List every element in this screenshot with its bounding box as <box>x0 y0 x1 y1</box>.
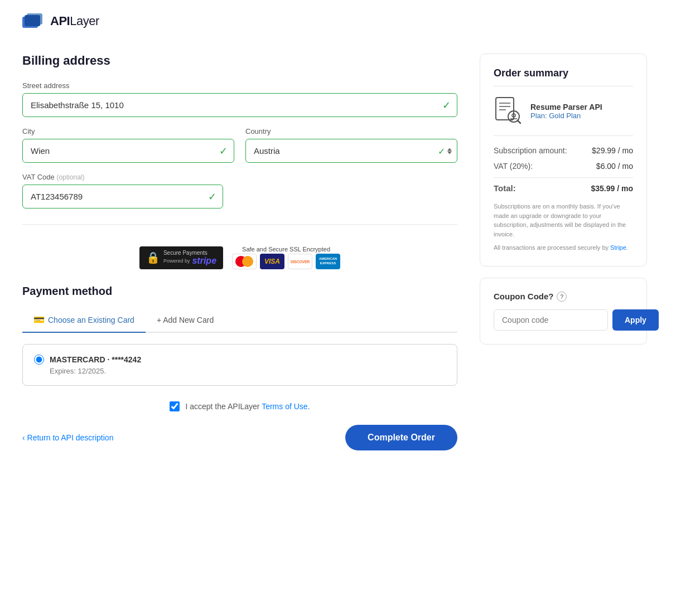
vat-label: VAT Code (optional) <box>22 173 223 181</box>
stripe-badge: 🔒 Secure Payments Powered by stripe <box>139 246 223 269</box>
stripe-name: stripe <box>192 256 216 266</box>
billing-divider <box>22 224 457 225</box>
card-row: MASTERCARD · ****4242 <box>34 355 446 365</box>
resume-parser-icon <box>494 96 523 125</box>
street-input[interactable] <box>22 93 457 117</box>
apply-button[interactable]: Apply <box>612 309 659 331</box>
country-select[interactable]: Austria Germany France United States <box>245 139 457 163</box>
city-input[interactable] <box>22 139 234 163</box>
terms-text: I accept the APILayer Terms of Use. <box>185 402 310 411</box>
terms-area: I accept the APILayer Terms of Use. <box>22 401 457 411</box>
card-item: MASTERCARD · ****4242 Expires: 12/2025. <box>22 344 457 386</box>
visa-logo: VISA <box>260 254 284 269</box>
order-summary-title: Order summary <box>494 67 633 86</box>
amex-logo: AMERICANEXPRESS <box>316 254 340 269</box>
order-summary-card: Order summary Resume Parser API <box>480 54 647 266</box>
payment-title: Payment method <box>22 285 457 298</box>
billing-title: Billing address <box>22 54 457 68</box>
product-row: Resume Parser API Plan: Gold Plan <box>494 96 633 136</box>
subscription-row: Subscription amount: $29.99 / mo <box>494 146 633 155</box>
order-note-2: All transactions are processed securely … <box>494 243 633 253</box>
vat-label-summary: VAT (20%): <box>494 162 533 171</box>
city-input-wrapper: ✓ <box>22 139 234 163</box>
svg-rect-3 <box>496 98 514 120</box>
coupon-row: Apply <box>494 309 633 331</box>
vat-row: VAT (20%): $6.00 / mo <box>494 162 633 171</box>
tab-existing-card[interactable]: 💳 Choose an Existing Card <box>22 308 146 333</box>
tab-new-card[interactable]: + Add New Card <box>146 308 225 333</box>
subscription-amount: $29.99 / mo <box>592 146 633 155</box>
street-check-icon: ✓ <box>442 99 451 111</box>
subscription-label: Subscription amount: <box>494 146 567 155</box>
stripe-inner: Secure Payments Powered by stripe <box>163 250 216 266</box>
order-note-1: Subscriptions are on a monthly basis. If… <box>494 202 633 239</box>
back-link[interactable]: ‹ Return to API description <box>22 433 113 442</box>
total-row: Total: $35.99 / mo <box>494 177 633 193</box>
secure-payments-text: Secure Payments <box>163 250 207 256</box>
card-radio[interactable] <box>34 355 44 365</box>
country-label: Country <box>245 127 457 135</box>
secure-payments-area: 🔒 Secure Payments Powered by stripe Safe… <box>22 240 457 285</box>
vat-input-wrapper: ✓ <box>22 185 223 208</box>
complete-order-button[interactable]: Complete Order <box>345 425 457 450</box>
lock-icon: 🔒 <box>146 251 160 264</box>
product-name: Resume Parser API <box>530 103 602 111</box>
vat-amount: $6.00 / mo <box>596 162 633 171</box>
ssl-area: Safe and Secure SSL Encrypted VISA <box>232 246 340 269</box>
country-select-wrapper: Austria Germany France United States ✓ <box>245 139 457 163</box>
total-amount: $35.99 / mo <box>591 184 634 193</box>
street-input-wrapper: ✓ <box>22 93 457 117</box>
mastercard-logo <box>232 254 257 269</box>
right-panel: Order summary Resume Parser API <box>480 54 647 345</box>
terms-link[interactable]: Terms of Use <box>262 402 307 411</box>
coupon-title: Coupon Code? ? <box>494 292 633 302</box>
logo-text: APILayer <box>50 14 99 28</box>
stripe-link[interactable]: Stripe <box>610 244 626 251</box>
product-plan: Plan: Gold Plan <box>530 111 602 120</box>
card-name: MASTERCARD · ****4242 <box>50 355 141 364</box>
card-icon: 💳 <box>33 314 45 325</box>
total-label: Total: <box>494 183 516 193</box>
payment-tabs: 💳 Choose an Existing Card + Add New Card <box>22 308 457 333</box>
apilayer-logo <box>22 11 46 31</box>
terms-checkbox[interactable] <box>170 401 180 411</box>
discover-logo: DISCOVER <box>288 254 312 269</box>
street-group: Street address ✓ <box>22 81 457 117</box>
card-expiry: Expires: 12/2025. <box>50 367 446 375</box>
svg-rect-2 <box>25 15 40 26</box>
city-check-icon: ✓ <box>219 145 228 157</box>
coupon-input[interactable] <box>494 309 608 331</box>
street-label: Street address <box>22 81 457 90</box>
vat-check-icon: ✓ <box>208 191 216 203</box>
city-group: City ✓ <box>22 127 234 163</box>
help-icon[interactable]: ? <box>557 292 567 302</box>
bottom-actions: ‹ Return to API description Complete Ord… <box>22 425 457 450</box>
country-group: Country Austria Germany France United St… <box>245 127 457 163</box>
coupon-card: Coupon Code? ? Apply <box>480 278 647 345</box>
vat-group: VAT Code (optional) ✓ <box>22 173 223 208</box>
powered-by-text: Powered by <box>163 258 190 264</box>
card-logos: VISA DISCOVER AMERICANEXPRESS <box>232 254 340 269</box>
city-label: City <box>22 127 234 135</box>
product-info: Resume Parser API Plan: Gold Plan <box>530 103 602 120</box>
ssl-text: Safe and Secure SSL Encrypted <box>242 246 330 253</box>
vat-input[interactable] <box>22 185 223 208</box>
svg-line-8 <box>518 120 520 123</box>
